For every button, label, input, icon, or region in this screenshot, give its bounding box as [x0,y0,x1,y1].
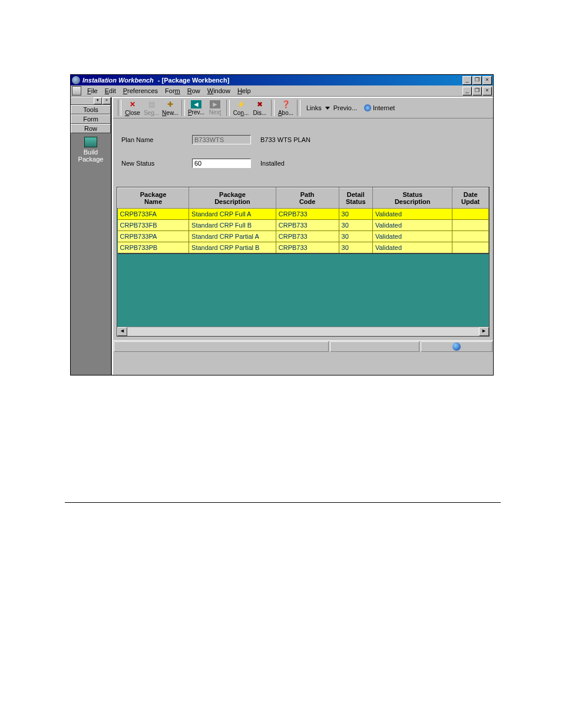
maximize-button[interactable]: ❐ [472,76,482,85]
scroll-left-icon[interactable]: ◄ [117,327,127,336]
new-status-label: New Status [121,160,192,167]
connect-icon: ⚡ [236,100,246,109]
scroll-track[interactable] [127,327,479,336]
links-dropdown-icon[interactable] [325,107,330,110]
horizontal-scrollbar[interactable]: ◄ ► [117,327,489,336]
cell-status[interactable]: Validated [372,242,452,254]
cell-status[interactable]: Validated [372,220,452,231]
con-button[interactable]: ⚡ Con... [232,100,250,116]
app-title: Installation Workbench [82,77,154,84]
cell-name[interactable]: CRPB733FB [118,220,189,231]
sidebar-tab-form[interactable]: Form [71,114,111,124]
new-button[interactable]: ✚ New... [161,100,179,116]
internet-link[interactable]: Internet [364,104,395,111]
cell-date[interactable] [452,242,489,254]
previo-link[interactable]: Previo... [333,104,357,111]
col-date-updated[interactable]: DateUpdat [452,188,489,209]
package-icon [84,137,97,147]
col-package-name[interactable]: PackageName [118,188,189,209]
menu-form[interactable]: Form [161,87,184,95]
sidebar-tab-row[interactable]: Row [71,124,111,133]
build-package-label-1: Build [72,149,110,156]
grid-empty-area [117,254,489,327]
mdi-minimize-button[interactable]: _ [462,87,472,95]
plan-name-desc: B733 WTS PLAN [260,136,310,143]
sidebar: ▾ × Tools Form Row Build Package [71,97,112,375]
close-button[interactable]: ✕ Close [124,100,141,116]
sidebar-tab-tools[interactable]: Tools [71,105,111,114]
menubar: File Edit Preferences Form Row Window He… [71,85,493,97]
abo-button[interactable]: ❓ Abo... [277,100,295,116]
table-row[interactable]: CRPB733FBStandard CRP Full BCRPB73330Val… [118,220,489,231]
scroll-right-icon[interactable]: ► [479,327,489,336]
col-package-desc[interactable]: PackageDescription [189,188,276,209]
cell-desc[interactable]: Standard CRP Full A [189,209,276,220]
col-status-desc[interactable]: StatusDescription [372,188,452,209]
titlebar: Installation Workbench - [Package Workbe… [71,75,493,85]
menu-file[interactable]: File [84,87,101,95]
plan-name-label: Plan Name [121,136,192,143]
new-icon: ✚ [166,100,175,109]
mdi-restore-button[interactable]: ❐ [472,87,482,95]
sidebar-close-icon[interactable]: × [103,97,111,104]
cell-desc[interactable]: Standard CRP Partial A [189,231,276,242]
cell-date[interactable] [452,231,489,242]
close-icon: ✕ [128,100,137,109]
internet-icon [364,104,371,111]
prev-button[interactable]: ◄ Prev... [187,100,205,116]
sidebar-header: ▾ × [71,97,111,105]
cell-desc[interactable]: Standard CRP Partial B [189,242,276,254]
cell-status[interactable]: Validated [372,231,452,242]
dis-button[interactable]: ✖ Dis... [251,100,269,116]
menu-preferences[interactable]: Preferences [120,87,161,95]
table-row[interactable]: CRPB733FAStandard CRP Full ACRPB73330Val… [118,209,489,220]
table-row[interactable]: CRPB733PBStandard CRP Partial BCRPB73330… [118,242,489,254]
sidebar-collapse-icon[interactable]: ▾ [94,97,102,104]
col-path-code[interactable]: PathCode [276,188,339,209]
status-pane-2 [330,341,419,352]
toolbar: ✕ Close ▤ Seq... ✚ New... ◄ Prev... [113,97,493,118]
app-window: Installation Workbench - [Package Workbe… [70,74,494,375]
cell-path[interactable]: CRPB733 [276,231,339,242]
menu-help[interactable]: Help [234,87,254,95]
new-status-field[interactable] [192,159,251,168]
build-package-action[interactable]: Build Package [71,133,111,169]
next-button: ► Next [206,100,224,116]
menu-edit[interactable]: Edit [101,87,120,95]
page-divider [65,502,501,503]
close-window-button[interactable]: × [482,76,492,85]
cell-name[interactable]: CRPB733PB [118,242,189,254]
cell-detail[interactable]: 30 [339,220,372,231]
menu-window[interactable]: Window [204,87,234,95]
sequence-icon: ▤ [147,100,156,109]
cell-name[interactable]: CRPB733FA [118,209,189,220]
next-icon: ► [210,100,220,108]
cell-path[interactable]: CRPB733 [276,220,339,231]
cell-desc[interactable]: Standard CRP Full B [189,220,276,231]
cell-date[interactable] [452,209,489,220]
seq-button: ▤ Seq... [143,100,160,116]
col-detail-status[interactable]: DetailStatus [339,188,372,209]
grid: PackageName PackageDescription PathCode … [117,187,490,337]
minimize-button[interactable]: _ [462,76,472,85]
cell-path[interactable]: CRPB733 [276,242,339,254]
mdi-close-button[interactable]: × [482,87,492,95]
menu-row[interactable]: Row [184,87,204,95]
mdi-area: ▾ × Tools Form Row Build Package [71,97,493,375]
cell-date[interactable] [452,220,489,231]
table-row[interactable]: CRPB733PAStandard CRP Partial ACRPB73330… [118,231,489,242]
status-pane-3 [421,341,492,352]
disconnect-icon: ✖ [255,100,265,109]
app-icon [72,76,80,84]
content: ✕ Close ▤ Seq... ✚ New... ◄ Prev... [112,97,493,375]
cell-detail[interactable]: 30 [339,231,372,242]
build-package-label-2: Package [72,156,110,163]
cell-path[interactable]: CRPB733 [276,209,339,220]
cell-detail[interactable]: 30 [339,209,372,220]
plan-name-field[interactable] [192,135,251,144]
cell-detail[interactable]: 30 [339,242,372,254]
package-table[interactable]: PackageName PackageDescription PathCode … [117,187,489,254]
new-status-desc: Installed [260,160,285,167]
cell-status[interactable]: Validated [372,209,452,220]
cell-name[interactable]: CRPB733PA [118,231,189,242]
